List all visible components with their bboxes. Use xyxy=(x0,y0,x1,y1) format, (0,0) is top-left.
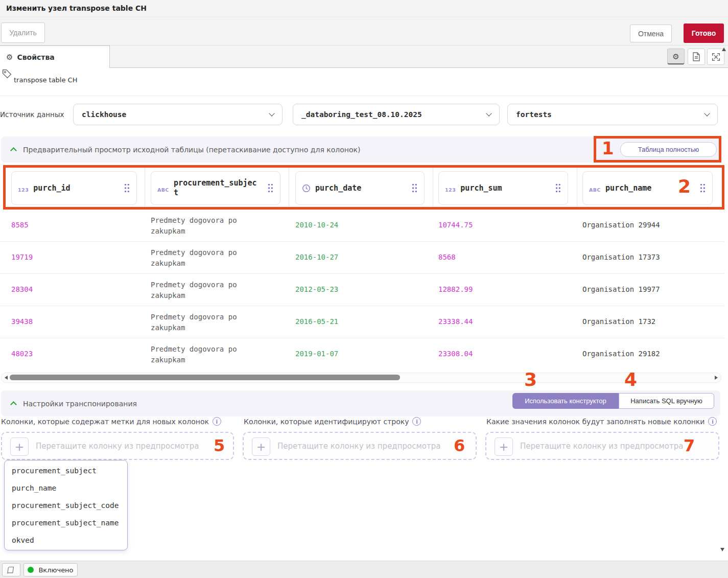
drag-handle-icon[interactable] xyxy=(554,183,561,193)
database-select[interactable]: _databoring_test_08.10.2025 xyxy=(293,104,500,125)
cell-subject: Predmety dogovora po zakupkam xyxy=(151,247,250,269)
cancel-button[interactable]: Отмена xyxy=(630,25,672,42)
expand-icon xyxy=(712,53,720,61)
annotation-number-1: 1 xyxy=(602,138,614,158)
column-card-purch-name[interactable]: ABC purch_name xyxy=(582,171,713,205)
dialog-toolbar xyxy=(0,18,728,45)
use-constructor-button[interactable]: Использовать конструктор xyxy=(512,393,619,409)
cell-purch-name: Organisation 29944 xyxy=(582,221,660,229)
done-button[interactable]: Готово xyxy=(684,24,724,43)
drag-handle-icon[interactable] xyxy=(411,183,418,193)
info-icon[interactable]: i xyxy=(412,417,421,426)
column-separator xyxy=(145,167,145,208)
scroll-left-arrow[interactable] xyxy=(5,376,8,380)
dropzone-placeholder: Перетащите колонку из предпросмотра xyxy=(520,442,683,451)
cell-subject: Predmety dogovora po zakupkam xyxy=(151,344,250,365)
scroll-down-arrow[interactable] xyxy=(720,548,724,551)
tag-icon xyxy=(2,68,12,79)
table-select[interactable]: fortests xyxy=(507,104,718,125)
add-column-button[interactable]: + xyxy=(10,437,29,456)
cell-purch-id: 8585 xyxy=(11,221,29,229)
scroll-right-arrow[interactable] xyxy=(715,376,718,380)
dropdown-item[interactable]: okved xyxy=(5,531,127,549)
collapse-chevron-icon xyxy=(10,401,17,408)
annotation-number-5: 5 xyxy=(214,436,225,455)
table-row: 39438 Predmety dogovora po zakupkam 2016… xyxy=(0,306,724,338)
cell-purch-sum: 23338.44 xyxy=(438,317,473,326)
gear-icon: ⚙ xyxy=(672,52,679,61)
column-name: purch_name xyxy=(605,183,651,193)
node-name: transpose table CH xyxy=(14,76,77,84)
cell-purch-date: 2016-05-21 xyxy=(295,317,338,326)
chevron-down-icon xyxy=(269,110,274,116)
column-separator xyxy=(577,167,577,208)
string-type-icon: ABC xyxy=(589,187,601,193)
journal-button[interactable] xyxy=(2,563,20,576)
table-row: 48023 Predmety dogovora po zakupkam 2019… xyxy=(0,338,724,371)
number-type-icon: 123 xyxy=(18,187,29,193)
cell-purch-name: Organisation 17373 xyxy=(582,253,660,261)
horizontal-scrollbar[interactable] xyxy=(1,373,721,383)
dropzone-placeholder: Перетащите колонку из предпросмотра xyxy=(36,442,199,451)
cell-purch-name: Organisation 29182 xyxy=(582,350,660,358)
info-icon[interactable]: i xyxy=(708,417,717,426)
annotation-number-6: 6 xyxy=(454,436,465,455)
gear-icon: ⚙ xyxy=(6,53,13,62)
dropzone-new-column-labels[interactable]: + Перетащите колонку из предпросмотра xyxy=(1,432,234,460)
collapse-chevron-icon xyxy=(10,147,17,154)
dropdown-item[interactable]: purch_name xyxy=(5,479,127,497)
column-dropdown: procurement_subject purch_name procureme… xyxy=(4,460,128,550)
status-dot-icon xyxy=(28,567,34,573)
scroll-up-arrow[interactable] xyxy=(722,48,726,51)
drag-handle-icon[interactable] xyxy=(699,183,706,193)
cell-purch-date: 2012-05-23 xyxy=(295,285,338,293)
cell-purch-name: Organisation 1732 xyxy=(582,317,655,326)
cell-purch-date: 2019-01-07 xyxy=(295,350,338,358)
table-row: 8585 Predmety dogovora po zakupkam 2010-… xyxy=(0,210,724,242)
dropdown-item[interactable]: procurement_subject_name xyxy=(5,514,127,531)
cell-purch-name: Organisation 19977 xyxy=(582,285,660,293)
log-view-button[interactable] xyxy=(688,49,705,65)
chevron-down-icon xyxy=(704,110,710,116)
add-column-button[interactable]: + xyxy=(495,437,513,456)
column-card-purch-date[interactable]: purch_date xyxy=(295,171,425,205)
scrollbar-thumb[interactable] xyxy=(10,375,400,380)
enabled-toggle-button[interactable]: Включено xyxy=(24,563,78,576)
zone-label-new-column-labels: Колонки, которые содержат метки для новы… xyxy=(1,417,221,426)
cell-purch-date: 2010-10-24 xyxy=(295,221,338,229)
cell-purch-date: 2016-10-27 xyxy=(295,253,338,261)
table-row: 19719 Predmety dogovora po zakupkam 2016… xyxy=(0,242,724,274)
column-card-purch-id[interactable]: 123 purch_id xyxy=(11,171,137,205)
drag-handle-icon[interactable] xyxy=(267,183,274,193)
column-card-purch-sum[interactable]: 123 purch_sum xyxy=(438,171,568,205)
cell-purch-id: 39438 xyxy=(11,317,33,326)
dropdown-item[interactable]: procurement_subject xyxy=(5,462,127,479)
tab-properties-label: Свойства xyxy=(17,53,54,61)
cell-subject: Predmety dogovora po zakupkam xyxy=(151,312,250,333)
dropdown-item[interactable]: procurement_subject_code xyxy=(5,497,127,514)
delete-button[interactable]: Удалить xyxy=(1,22,45,43)
divider xyxy=(0,96,728,96)
dropzone-row-identifiers[interactable]: + Перетащите колонку из предпросмотра xyxy=(243,432,477,460)
cell-subject: Predmety dogovora po zakupkam xyxy=(151,215,250,237)
drag-handle-icon[interactable] xyxy=(123,183,130,193)
book-icon xyxy=(7,566,15,574)
column-name: purch_date xyxy=(315,183,361,193)
annotation-number-7: 7 xyxy=(684,436,695,455)
full-table-button[interactable]: Таблица полностью xyxy=(620,142,717,157)
add-column-button[interactable]: + xyxy=(252,437,270,456)
dialog-title: Изменить узел transpose table CH xyxy=(6,4,147,12)
connection-select[interactable]: clickhouse xyxy=(73,104,283,125)
zone-label-text: Колонки, которые идентифицируют строку xyxy=(244,418,409,426)
info-icon[interactable]: i xyxy=(213,417,221,426)
properties-view-button[interactable]: ⚙ xyxy=(667,49,685,65)
database-value: _databoring_test_08.10.2025 xyxy=(301,110,487,119)
annotation-number-4: 4 xyxy=(624,369,637,390)
tab-properties[interactable]: ⚙ Свойства xyxy=(0,45,110,68)
column-card-procurement-subject[interactable]: ABC procurement_subject xyxy=(151,171,280,205)
enabled-label: Включено xyxy=(38,566,73,574)
number-type-icon: 123 xyxy=(445,187,456,193)
clock-icon xyxy=(302,184,311,193)
cell-subject: Predmety dogovora po zakupkam xyxy=(151,280,250,301)
write-sql-button[interactable]: Написать SQL вручную xyxy=(619,393,714,409)
